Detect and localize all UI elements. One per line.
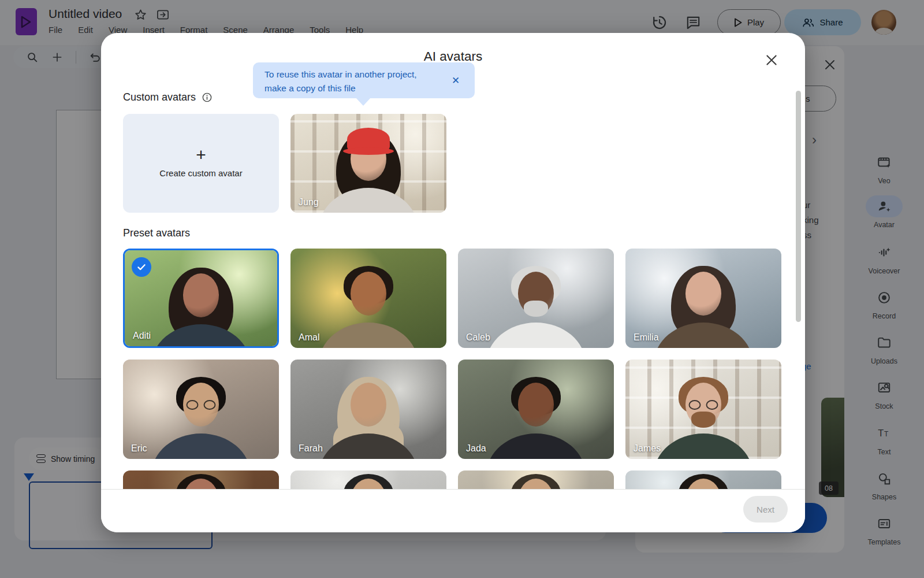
avatar-name: Farah: [299, 443, 323, 454]
dialog-close-icon[interactable]: [763, 51, 780, 69]
create-custom-avatar-label: Create custom avatar: [159, 168, 242, 178]
dialog-scrollbar[interactable]: [796, 91, 801, 322]
custom-avatars-label: Custom avatars: [123, 91, 196, 103]
avatar-card-eric[interactable]: Eric: [123, 360, 279, 459]
preset-avatars-label: Preset avatars: [123, 227, 190, 239]
create-custom-avatar-button[interactable]: + Create custom avatar: [123, 114, 279, 213]
next-button[interactable]: Next: [743, 496, 788, 523]
avatar-card-emilia[interactable]: Emilia: [625, 249, 781, 348]
plus-icon: +: [196, 149, 206, 161]
tooltip-close-icon[interactable]: ✕: [449, 74, 462, 87]
avatar-card-farah[interactable]: Farah: [290, 360, 446, 459]
avatar-card-james[interactable]: James: [625, 360, 781, 459]
dialog-footer: Next: [101, 489, 805, 532]
preset-avatars-heading: Preset avatars: [123, 227, 190, 239]
avatar-name: James: [634, 443, 661, 454]
avatar-name: Jada: [466, 443, 486, 454]
selected-check-icon: [132, 257, 151, 277]
info-icon[interactable]: [202, 92, 213, 103]
glasses: [187, 400, 216, 410]
avatar-card-jada[interactable]: Jada: [458, 360, 614, 459]
avatar-name: Amal: [299, 332, 319, 343]
tooltip-tail: [356, 98, 371, 106]
avatar-card-aditi[interactable]: Aditi: [123, 249, 279, 348]
avatar-name: Emilia: [634, 332, 659, 343]
avatar-card-jung[interactable]: Jung: [290, 114, 446, 213]
avatar-name: Jung: [299, 197, 319, 208]
avatar-name: Eric: [131, 443, 147, 454]
avatar-card-caleb[interactable]: Caleb: [458, 249, 614, 348]
tooltip-text: To reuse this avatar in another project,…: [264, 68, 439, 95]
glasses: [689, 400, 718, 410]
custom-avatars-heading: Custom avatars: [123, 91, 213, 103]
avatar-card-amal[interactable]: Amal: [290, 249, 446, 348]
avatar-name: Caleb: [466, 332, 490, 343]
avatar-name: Aditi: [133, 331, 151, 341]
reuse-avatar-tooltip: To reuse this avatar in another project,…: [253, 62, 475, 98]
ai-avatars-dialog: AI avatars Custom avatars + Create custo…: [101, 33, 805, 532]
